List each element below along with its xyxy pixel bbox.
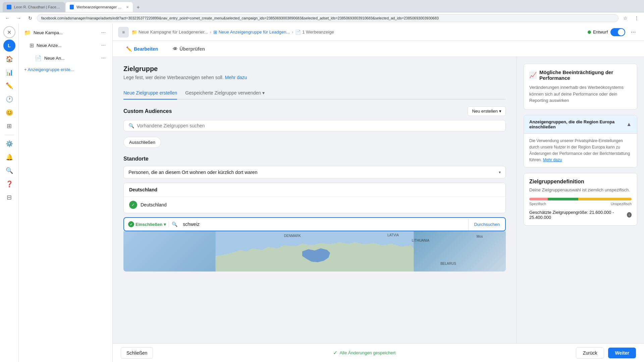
new-tab-button[interactable]: + bbox=[133, 3, 143, 12]
size-label: Geschätzte Zielgruppengröße: 21.600.000 … bbox=[529, 210, 625, 220]
search-icon[interactable]: 🔍 bbox=[3, 165, 15, 177]
breadcrumb-campaign-label: Neue Kampagne für Leadgenerier... bbox=[139, 29, 208, 35]
browser-tab-2[interactable]: Werbeanzeigenmanager - Wer... ✕ bbox=[66, 2, 133, 12]
address-text: facebook.com/adsmanager/manage/adsets/ed… bbox=[41, 16, 439, 20]
search-magnifier-icon: 🔍 bbox=[128, 123, 134, 128]
grid-icon[interactable]: ⊞ bbox=[3, 120, 15, 132]
weiter-button[interactable]: Weiter bbox=[608, 348, 636, 358]
table-icon[interactable]: ⊟ bbox=[3, 191, 15, 203]
toggle-knob bbox=[618, 29, 625, 36]
star-button[interactable]: ☆ bbox=[621, 13, 630, 23]
progress-red bbox=[529, 198, 548, 200]
europa-section-body: Die Verwendung unserer Privatsphäre-Eins… bbox=[524, 134, 637, 168]
form-area: Zielgruppe Lege fest, wer deine Werbeanz… bbox=[113, 57, 517, 343]
uberprüfen-label: Überprüfen bbox=[179, 46, 205, 52]
home-icon[interactable]: 🏠 bbox=[3, 53, 15, 65]
top-nav: ≡ 📁 Neue Kampagne für Leadgenerier... › … bbox=[113, 23, 644, 41]
location-dropdown-arrow-icon: ▾ bbox=[499, 170, 501, 175]
audience-specificity-bar: Spezifisch Unspezifisch bbox=[529, 198, 632, 206]
map-label-lithuania: LITHUANIA bbox=[412, 239, 429, 242]
performance-icon: 📈 bbox=[529, 71, 537, 79]
close-tab-icon[interactable]: ✕ bbox=[126, 5, 129, 9]
breadcrumb-adset-label: Neue Anzeigengruppe für Leadgen... bbox=[219, 29, 290, 35]
grid-breadcrumb-icon: ⊞ bbox=[213, 29, 217, 35]
progress-green bbox=[548, 198, 579, 200]
zuruck-label: Zurück bbox=[583, 350, 597, 356]
more-options-1[interactable]: ··· bbox=[100, 29, 107, 36]
location-search-input[interactable] bbox=[180, 222, 464, 227]
smiley-icon[interactable]: 😊 bbox=[3, 107, 15, 119]
section-title: Zielgruppe bbox=[123, 65, 506, 73]
avatar[interactable]: L bbox=[3, 40, 15, 52]
bottom-bar: Schließen ✓ Alle Änderungen gespeichert … bbox=[113, 343, 644, 362]
chart-icon[interactable]: 📊 bbox=[3, 66, 15, 78]
question-icon[interactable]: ❓ bbox=[3, 178, 15, 190]
map-area: DENMARK LATVIA LITHUANIA Mos BELARUS bbox=[123, 231, 506, 272]
bearbeiten-button[interactable]: ✏️ Bearbeiten bbox=[121, 44, 163, 54]
more-button[interactable]: ··· bbox=[628, 27, 639, 38]
location-search-magnifier-icon: 🔍 bbox=[172, 222, 177, 227]
breadcrumb-campaign[interactable]: 📁 Neue Kampagne für Leadgenerier... bbox=[131, 29, 208, 35]
location-box-header: Deutschland bbox=[124, 183, 505, 197]
zielgruppe-card: Zielgruppendefinition Deine Zielgruppena… bbox=[524, 173, 637, 226]
bell-icon[interactable]: 🔔 bbox=[3, 151, 15, 163]
ausschliessen-label: Ausschließen bbox=[129, 140, 155, 145]
saved-indicator: ✓ Alle Änderungen gespeichert bbox=[333, 350, 395, 356]
back-button[interactable]: ← bbox=[3, 13, 12, 23]
nav-panel-icon[interactable]: ≡ bbox=[118, 27, 129, 38]
custom-audiences-header: Custom Audiences Neu erstellen ▾ bbox=[123, 106, 506, 116]
collapse-icon[interactable]: ▲ bbox=[626, 121, 632, 127]
tab-saved-audience[interactable]: Gespeicherte Zielgruppe verwenden ▾ bbox=[185, 87, 265, 100]
campaign-item-1[interactable]: 📁 Neue Kampa... ··· bbox=[20, 26, 111, 39]
edit-icon[interactable]: ✏️ bbox=[3, 80, 15, 92]
campaign-label-1: Neue Kampa... bbox=[34, 30, 97, 35]
pencil-action-icon: ✏️ bbox=[126, 46, 132, 52]
tab2-label: Werbeanzeigenmanager - Wer... bbox=[76, 5, 122, 9]
performance-text: Veränderungen innerhalb des Werbeökosyst… bbox=[529, 84, 632, 104]
tab1-favicon bbox=[7, 5, 11, 9]
location-search-bar: ✓ Einschließen ▾ 🔍 Durchsuchen bbox=[123, 217, 506, 231]
breadcrumb-ad[interactable]: 📄 1 Werbeanzeige bbox=[295, 29, 334, 35]
weiter-label: Weiter bbox=[615, 350, 629, 356]
durchsuchen-button[interactable]: Durchsuchen bbox=[468, 219, 505, 230]
clock-icon[interactable]: 🕐 bbox=[3, 93, 15, 105]
add-group-label: + Anzeigengruppe erste... bbox=[24, 67, 74, 72]
audience-search-input[interactable] bbox=[137, 123, 501, 128]
action-bar: ✏️ Bearbeiten 👁 Überprüfen bbox=[113, 41, 644, 57]
performance-title-text: Mögliche Beeinträchtigung der Performanc… bbox=[539, 69, 632, 81]
europa-section-title: Anzeigengruppen, die die Region Europa e… bbox=[529, 119, 626, 129]
europa-section: Anzeigengruppen, die die Region Europa e… bbox=[524, 115, 637, 168]
more-options-2[interactable]: ··· bbox=[100, 42, 107, 49]
section-desc-text: Lege fest, wer deine Werbeanzeigen sehen… bbox=[123, 75, 224, 80]
performance-title: 📈 Mögliche Beeinträchtigung der Performa… bbox=[529, 69, 632, 81]
info-icon[interactable]: i bbox=[627, 212, 632, 218]
uberprüfen-button[interactable]: 👁 Überprüfen bbox=[167, 44, 210, 54]
campaign-item-2[interactable]: ⊞ Neue Anze... ··· bbox=[20, 39, 111, 52]
add-group-button[interactable]: + Anzeigengruppe erste... bbox=[19, 64, 112, 75]
close-panel-button[interactable]: ✕ bbox=[3, 26, 15, 38]
audience-search-box[interactable]: 🔍 bbox=[123, 120, 506, 131]
campaign-sidebar: 📁 Neue Kampa... ··· ⊞ Neue Anze... ··· 📄… bbox=[19, 23, 113, 362]
durchsuchen-label: Durchsuchen bbox=[474, 222, 500, 227]
mehr-dazu-link[interactable]: Mehr dazu bbox=[225, 75, 247, 80]
tab-new-audience[interactable]: Neue Zielgruppe erstellen bbox=[123, 87, 177, 100]
gear-icon[interactable]: ⚙️ bbox=[3, 138, 15, 150]
europa-mehr-dazu-link[interactable]: Mehr dazu bbox=[543, 158, 562, 162]
schliessen-button[interactable]: Schließen bbox=[121, 347, 153, 359]
breadcrumb-adset[interactable]: ⊞ Neue Anzeigengruppe für Leadgen... bbox=[213, 29, 290, 35]
neu-erstellen-button[interactable]: Neu erstellen ▾ bbox=[468, 106, 506, 116]
location-dropdown[interactable]: Personen, die an diesem Ort wohnen oder … bbox=[123, 166, 506, 179]
browser-tab-1[interactable]: Leon R. Chaudhari | Facebook bbox=[3, 2, 65, 12]
folder-icon: 📁 bbox=[24, 29, 31, 36]
forward-button[interactable]: → bbox=[14, 13, 23, 23]
adset-grid-icon: ⊞ bbox=[30, 42, 34, 49]
campaign-item-3[interactable]: 📄 Neue An... ··· bbox=[20, 52, 111, 64]
address-bar[interactable]: facebook.com/adsmanager/manage/adsets/ed… bbox=[37, 14, 619, 22]
more-options-3[interactable]: ··· bbox=[100, 54, 107, 62]
refresh-button[interactable]: ↻ bbox=[25, 13, 35, 23]
settings-button[interactable]: ⋮ bbox=[632, 13, 641, 23]
include-dropdown-button[interactable]: ✓ Einschließen ▾ bbox=[128, 221, 169, 227]
ausschliessen-button[interactable]: Ausschließen bbox=[123, 137, 161, 148]
toggle-switch[interactable] bbox=[610, 28, 625, 36]
zuruck-button[interactable]: Zurück bbox=[576, 347, 604, 359]
